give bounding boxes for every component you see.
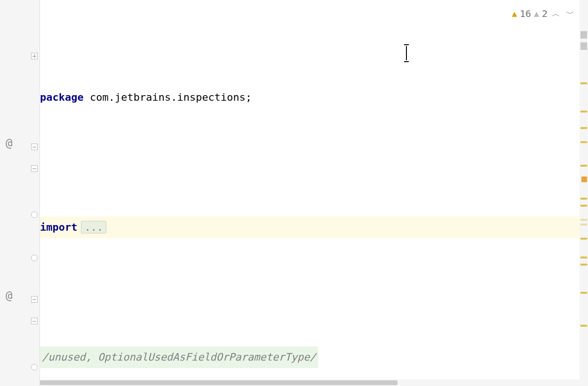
inspection-summary: ▲ 16 ▲ 2 ︿ ﹀ [512, 3, 576, 24]
fold-end-icon[interactable] [31, 252, 38, 258]
stripe-mark-warning[interactable] [580, 238, 587, 240]
code-line[interactable] [40, 152, 588, 173]
fold-end-icon[interactable] [31, 361, 38, 368]
stripe-mark-warning[interactable] [580, 198, 587, 200]
fold-collapse-icon[interactable] [31, 318, 38, 324]
stripe-mark-weak[interactable] [580, 219, 587, 221]
stripe-mark-error[interactable] [581, 177, 587, 182]
fold-collapse-icon[interactable] [31, 144, 38, 150]
svg-marker-0 [32, 212, 37, 217]
gutter: @ @ [0, 0, 40, 386]
marker-stripe[interactable] [580, 0, 588, 386]
code-line[interactable]: import... [40, 217, 588, 238]
stripe-mark-warning[interactable] [580, 127, 587, 129]
fold-expand-icon[interactable] [31, 53, 38, 59]
fold-collapse-icon[interactable] [31, 165, 38, 172]
suppress-comment: /unused, OptionalUsedAsFieldOrParameterT… [40, 346, 318, 368]
stripe-mark-warning[interactable] [580, 82, 587, 84]
stripe-mark[interactable] [580, 31, 587, 39]
stripe-mark[interactable] [580, 42, 587, 50]
stripe-mark-warning[interactable] [580, 141, 587, 143]
fold-end-icon[interactable] [31, 209, 38, 215]
folded-region[interactable]: ... [81, 221, 106, 233]
stripe-mark-warning[interactable] [580, 292, 587, 294]
stripe-mark-warning[interactable] [580, 264, 587, 265]
next-highlight-icon[interactable]: ﹀ [564, 3, 576, 24]
weak-warning-icon[interactable]: ▲ [534, 3, 539, 24]
override-gutter-icon[interactable]: @ [6, 289, 12, 302]
stripe-mark-weak[interactable] [580, 224, 587, 225]
stripe-mark-warning[interactable] [580, 257, 587, 258]
code-area[interactable]: ▲ 16 ▲ 2 ︿ ﹀ package com.jetbrains.inspe… [40, 0, 588, 386]
warning-icon[interactable]: ▲ [512, 3, 517, 24]
scrollbar-thumb[interactable] [40, 380, 397, 385]
editor-wrapper: @ @ ▲ 16 ▲ 2 ︿ ﹀ package com.jetbrains.i… [0, 0, 588, 386]
text-caret [406, 46, 407, 60]
code-line[interactable] [40, 281, 588, 303]
stripe-mark-warning[interactable] [580, 165, 587, 167]
stripe-mark-warning[interactable] [580, 111, 587, 113]
stripe-mark-warning[interactable] [580, 205, 587, 207]
svg-marker-2 [32, 364, 37, 370]
fold-collapse-icon[interactable] [31, 296, 38, 303]
warning-count: 16 [520, 3, 531, 24]
stripe-mark-warning[interactable] [580, 325, 587, 327]
code-line[interactable]: /unused, OptionalUsedAsFieldOrParameterT… [40, 346, 588, 368]
override-gutter-icon[interactable]: @ [6, 137, 12, 150]
prev-highlight-icon[interactable]: ︿ [550, 3, 562, 24]
weak-warning-count: 2 [542, 3, 548, 24]
horizontal-scrollbar[interactable] [40, 379, 580, 386]
svg-marker-1 [32, 255, 37, 261]
code-line[interactable]: package com.jetbrains.inspections; [40, 87, 588, 108]
